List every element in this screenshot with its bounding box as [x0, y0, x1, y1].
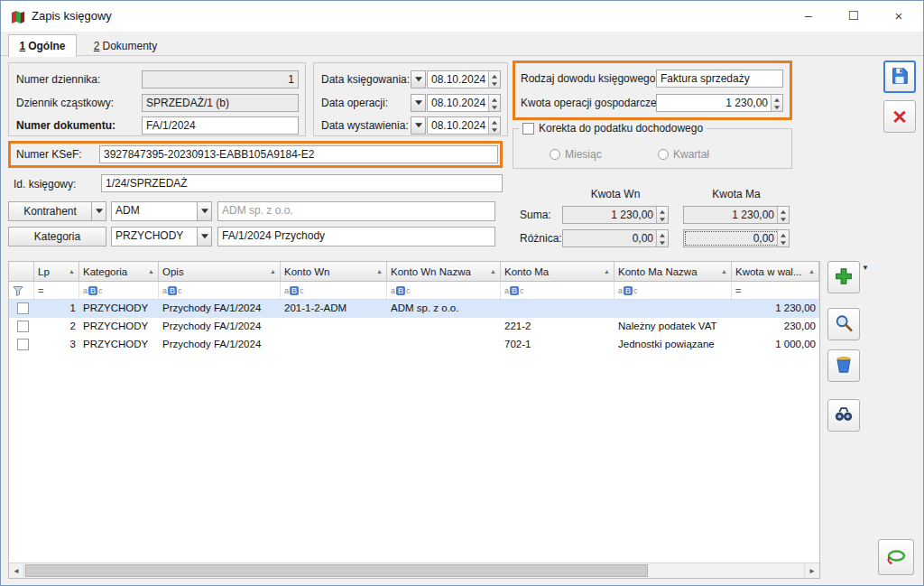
- date-booking-field[interactable]: 08.10.2024: [427, 70, 501, 88]
- scroll-left-icon[interactable]: ◄: [9, 563, 24, 578]
- entries-grid: Lp▲Kategoria▲Opis▲Konto Wn▲Konto Wn Nazw…: [8, 261, 820, 579]
- kontrahent-dropdown-icon[interactable]: [91, 202, 106, 220]
- cell-konto_wn: [281, 336, 387, 354]
- cell-konto_wn_nazwa: [387, 336, 501, 354]
- binoculars-icon: [834, 405, 854, 427]
- date-issue-dropdown[interactable]: [411, 116, 426, 135]
- cell-kwota: 230,00: [732, 318, 819, 336]
- kontrahent-name-field[interactable]: ADM sp. z o.o.: [217, 201, 495, 221]
- grid-body: 1PRZYCHODYPrzychody FA/1/2024201-1-2-ADM…: [9, 300, 819, 354]
- header-cell-konto_wn_nazwa[interactable]: Konto Wn Nazwa▲: [387, 262, 501, 282]
- cell-konto_wn: 201-1-2-ADM: [281, 300, 387, 318]
- document-number-field[interactable]: FA/1/2024: [142, 116, 299, 135]
- row-checkbox[interactable]: [17, 302, 29, 314]
- row-checkbox[interactable]: [17, 339, 29, 350]
- abc-filter-icon: aBc: [504, 285, 524, 295]
- header-cell-select[interactable]: [9, 262, 34, 282]
- korekta-checkbox[interactable]: [522, 123, 534, 135]
- radio-miesiac[interactable]: Miesiąc: [550, 148, 602, 161]
- accounting-id-field[interactable]: 1/24/SPRZEDAŻ: [101, 174, 503, 192]
- scroll-right-icon[interactable]: ►: [804, 563, 819, 578]
- save-button[interactable]: [883, 60, 916, 93]
- close-button[interactable]: ×: [878, 1, 919, 30]
- scrollbar-thumb[interactable]: [25, 564, 648, 577]
- operation-amount-spinner[interactable]: [771, 95, 782, 111]
- sort-asc-icon: ▲: [376, 268, 383, 274]
- chevron-down-icon[interactable]: [197, 202, 211, 220]
- horizontal-scrollbar[interactable]: ◄ ►: [9, 563, 819, 578]
- date-issue-field[interactable]: 08.10.2024: [427, 116, 501, 135]
- cell-konto_ma: 702-1: [501, 336, 614, 354]
- date-operation-dropdown[interactable]: [411, 94, 426, 112]
- find-button[interactable]: [827, 399, 860, 432]
- document-type-label: Rodzaj dowodu księgowego:: [521, 72, 659, 85]
- filter-cell-konto_wn_nazwa[interactable]: aBc: [387, 282, 501, 300]
- korekta-title: Korekta do podatku dochodowego: [519, 122, 707, 135]
- save-floppy-icon: [890, 66, 910, 88]
- date-operation-field[interactable]: 08.10.2024: [427, 94, 501, 112]
- radio-kwartal[interactable]: Kwartał: [658, 148, 709, 161]
- date-booking-dropdown[interactable]: [411, 70, 426, 88]
- header-cell-opis[interactable]: Opis▲: [159, 262, 281, 282]
- cell-lp: 1: [34, 300, 79, 318]
- header-cell-kategoria[interactable]: Kategoria▲: [79, 262, 159, 282]
- chevron-down-icon[interactable]: [197, 228, 211, 246]
- suma-label: Suma:: [520, 209, 551, 221]
- suma-wn-spinner: [656, 207, 668, 223]
- header-cell-lp[interactable]: Lp▲: [34, 262, 79, 282]
- additional-amounts-button[interactable]: [878, 539, 914, 575]
- date-operation-label: Data operacji:: [321, 97, 388, 109]
- roznica-ma-spinner: [777, 230, 789, 246]
- roznica-wn-spinner: [656, 230, 668, 246]
- journal-number-field: 1: [142, 70, 299, 88]
- date-issue-spinner[interactable]: [488, 117, 500, 134]
- header-cell-konto_ma[interactable]: Konto Ma▲: [501, 262, 614, 282]
- kontrahent-button[interactable]: Kontrahent: [8, 201, 106, 221]
- kontrahent-code-combo[interactable]: ADM: [111, 201, 212, 221]
- filter-cell-opis[interactable]: aBc: [159, 282, 281, 300]
- operation-amount-field[interactable]: 1 230,00: [656, 94, 783, 112]
- filter-funnel-icon[interactable]: [9, 282, 34, 300]
- filter-cell-konto_ma[interactable]: aBc: [501, 282, 614, 300]
- date-booking-spinner[interactable]: [488, 71, 500, 88]
- titlebar: Zapis księgowy – ☐ ×: [1, 1, 923, 32]
- edit-row-button[interactable]: [827, 308, 860, 340]
- tab-ogolne[interactable]: 1 Ogólne: [8, 34, 77, 57]
- add-row-button[interactable]: [827, 261, 860, 293]
- cancel-button[interactable]: ✕: [883, 100, 916, 133]
- sort-asc-icon: ▲: [808, 268, 815, 274]
- ksef-field[interactable]: 3927847395-20230913-EABB105A9184-E2: [99, 145, 498, 163]
- document-type-field[interactable]: Faktura sprzedaży: [656, 70, 783, 88]
- korekta-label: Korekta do podatku dochodowego: [539, 122, 703, 135]
- dates-group: Data księgowania: 08.10.2024 Data operac…: [313, 62, 508, 136]
- table-row[interactable]: 2PRZYCHODYPrzychody FA/1/2024221-2Należn…: [9, 318, 819, 336]
- cell-konto_ma_nazwa: [614, 300, 732, 318]
- delete-row-button[interactable]: [827, 349, 860, 382]
- add-row-dropdown-icon[interactable]: ▼: [862, 264, 869, 272]
- tab-dokumenty[interactable]: 2 Dokumenty: [80, 36, 171, 56]
- maximize-button[interactable]: ☐: [833, 1, 874, 30]
- table-row[interactable]: 1PRZYCHODYPrzychody FA/1/2024201-1-2-ADM…: [9, 300, 819, 318]
- roznica-label: Różnica:: [520, 232, 562, 245]
- kategoria-code-combo[interactable]: PRZYCHODY: [111, 227, 212, 246]
- filter-cell-lp[interactable]: =: [34, 282, 79, 300]
- cell-opis: Przychody FA/1/2024: [159, 318, 281, 336]
- date-operation-spinner[interactable]: [488, 95, 500, 111]
- cell-opis: Przychody FA/1/2024: [159, 300, 281, 318]
- header-cell-konto_wn[interactable]: Konto Wn▲: [281, 262, 387, 282]
- kategoria-name-field[interactable]: FA/1/2024 Przychody: [217, 227, 495, 246]
- filter-cell-kwota[interactable]: =: [732, 282, 819, 300]
- header-cell-kwota[interactable]: Kwota w wal...▲: [732, 262, 819, 282]
- filter-cell-konto_ma_nazwa[interactable]: aBc: [614, 282, 732, 300]
- table-row[interactable]: 3PRZYCHODYPrzychody FA/1/2024702-1Jednos…: [9, 336, 819, 354]
- header-cell-konto_ma_nazwa[interactable]: Konto Ma Nazwa▲: [614, 262, 732, 282]
- abc-filter-icon: aBc: [391, 285, 411, 295]
- filter-cell-konto_wn[interactable]: aBc: [281, 282, 387, 300]
- journal-partial-field: SPRZEDAŻ/1 (b): [142, 94, 299, 112]
- sums-col-ma-label: Kwota Ma: [683, 188, 790, 200]
- minimize-button[interactable]: –: [788, 1, 829, 30]
- kategoria-button[interactable]: Kategoria: [8, 227, 106, 246]
- row-checkbox[interactable]: [17, 321, 29, 332]
- filter-cell-kategoria[interactable]: aBc: [79, 282, 159, 300]
- sort-asc-icon: ▲: [270, 268, 276, 274]
